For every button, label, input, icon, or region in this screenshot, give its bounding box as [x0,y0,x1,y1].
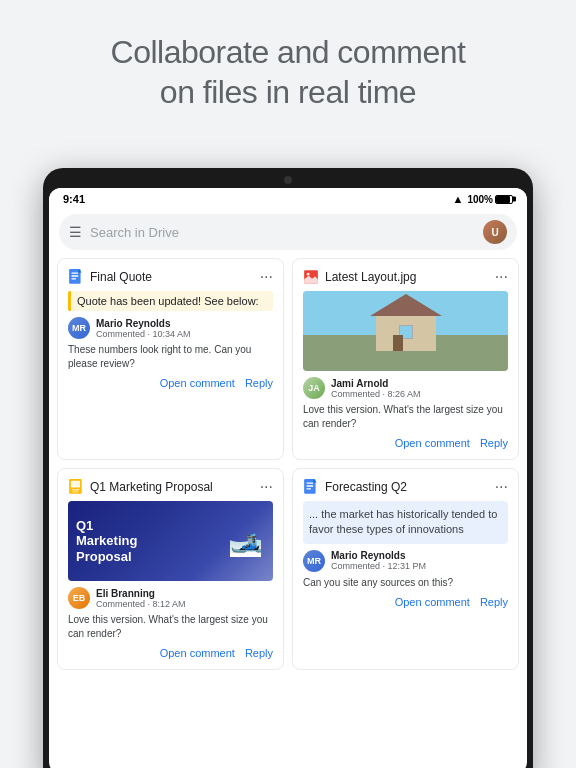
search-bar[interactable]: ☰ Search in Drive U [59,214,517,250]
skier-icon: 🎿 [228,525,263,558]
user-avatar-eli: EB [68,587,90,609]
card-title-row: Latest Layout.jpg [303,269,495,285]
card-final-quote: Final Quote ··· Quote has been updated! … [57,258,284,460]
user-name: Mario Reynolds [331,550,508,561]
card-title-row: Final Quote [68,269,260,285]
card-header: Latest Layout.jpg ··· [303,269,508,285]
card-title: Q1 Marketing Proposal [90,480,213,494]
user-time: Commented · 8:12 AM [96,599,273,609]
card-title-row: Forecasting Q2 [303,479,495,495]
user-avatar-jami: JA [303,377,325,399]
card-header: Q1 Marketing Proposal ··· [68,479,273,495]
comment-body: These numbers look right to me. Can you … [68,343,273,371]
status-bar: 9:41 ▲ 100% [49,188,527,210]
svg-rect-11 [306,482,313,483]
action-links: Open comment Reply [68,647,273,659]
slides-icon [68,479,84,495]
svg-point-5 [307,273,310,276]
comment-highlight-yellow: Quote has been updated! See below: [68,291,273,311]
hero-section: Collaborate and comment on files in real… [0,0,576,136]
user-name: Mario Reynolds [96,318,273,329]
open-comment-link[interactable]: Open comment [395,437,470,449]
reply-link[interactable]: Reply [480,596,508,608]
user-time: Commented · 12:31 PM [331,561,508,571]
more-options-button[interactable]: ··· [260,269,273,285]
action-links: Open comment Reply [303,437,508,449]
card-forecasting-q2: Forecasting Q2 ··· ... the market has hi… [292,468,519,670]
svg-rect-1 [71,272,78,273]
comment-highlight-blue: ... the market has historically tended t… [303,501,508,544]
user-time: Commented · 10:34 AM [96,329,273,339]
user-info: Mario Reynolds Commented · 12:31 PM [331,550,508,571]
comment-body: Love this version. What's the largest si… [68,613,273,641]
battery-indicator: 100% [467,194,513,205]
status-time: 9:41 [63,193,85,205]
open-comment-link[interactable]: Open comment [160,377,235,389]
house-image [303,291,508,371]
user-info: Eli Branning Commented · 8:12 AM [96,588,273,609]
reply-link[interactable]: Reply [245,647,273,659]
hero-title: Collaborate and comment on files in real… [40,32,536,112]
card-q1-marketing: Q1 Marketing Proposal ··· Q1MarketingPro… [57,468,284,670]
wifi-icon: ▲ [453,193,464,205]
reply-link[interactable]: Reply [245,377,273,389]
svg-rect-3 [71,278,76,279]
card-header: Final Quote ··· [68,269,273,285]
more-options-button[interactable]: ··· [495,479,508,495]
comment-body: Love this version. What's the largest si… [303,403,508,431]
card-title-row: Q1 Marketing Proposal [68,479,260,495]
status-icons: ▲ 100% [453,193,513,205]
tablet-frame: 9:41 ▲ 100% ☰ Search in Drive U [43,168,533,768]
tablet-camera [284,176,292,184]
reply-link[interactable]: Reply [480,437,508,449]
card-title: Latest Layout.jpg [325,270,416,284]
cards-grid: Final Quote ··· Quote has been updated! … [49,258,527,678]
open-comment-link[interactable]: Open comment [160,647,235,659]
svg-rect-9 [73,491,79,492]
image-icon [303,269,319,285]
docs-icon-2 [303,479,319,495]
svg-rect-8 [71,489,79,490]
user-avatar-mario-2: MR [303,550,325,572]
card-latest-layout: Latest Layout.jpg ··· JA Ja [292,258,519,460]
card-title: Forecasting Q2 [325,480,407,494]
svg-rect-7 [71,481,80,488]
user-name: Eli Branning [96,588,273,599]
card-title: Final Quote [90,270,152,284]
user-row: JA Jami Arnold Commented · 8:26 AM [303,377,508,399]
more-options-button[interactable]: ··· [260,479,273,495]
comment-body: Can you site any sources on this? [303,576,508,590]
marketing-image: Q1MarketingProposal 🎿 [68,501,273,581]
user-info: Mario Reynolds Commented · 10:34 AM [96,318,273,339]
user-row: EB Eli Branning Commented · 8:12 AM [68,587,273,609]
svg-rect-12 [306,485,313,486]
action-links: Open comment Reply [68,377,273,389]
hamburger-icon[interactable]: ☰ [69,224,82,240]
user-row: MR Mario Reynolds Commented · 10:34 AM [68,317,273,339]
search-input-placeholder: Search in Drive [90,225,483,240]
user-name: Jami Arnold [331,378,508,389]
open-comment-link[interactable]: Open comment [395,596,470,608]
action-links: Open comment Reply [303,596,508,608]
more-options-button[interactable]: ··· [495,269,508,285]
user-info: Jami Arnold Commented · 8:26 AM [331,378,508,399]
user-avatar[interactable]: U [483,220,507,244]
user-time: Commented · 8:26 AM [331,389,508,399]
svg-rect-2 [71,275,78,276]
docs-icon [68,269,84,285]
tablet-screen: 9:41 ▲ 100% ☰ Search in Drive U [49,188,527,768]
card-header: Forecasting Q2 ··· [303,479,508,495]
svg-rect-13 [306,488,311,489]
user-avatar-mario: MR [68,317,90,339]
user-row: MR Mario Reynolds Commented · 12:31 PM [303,550,508,572]
